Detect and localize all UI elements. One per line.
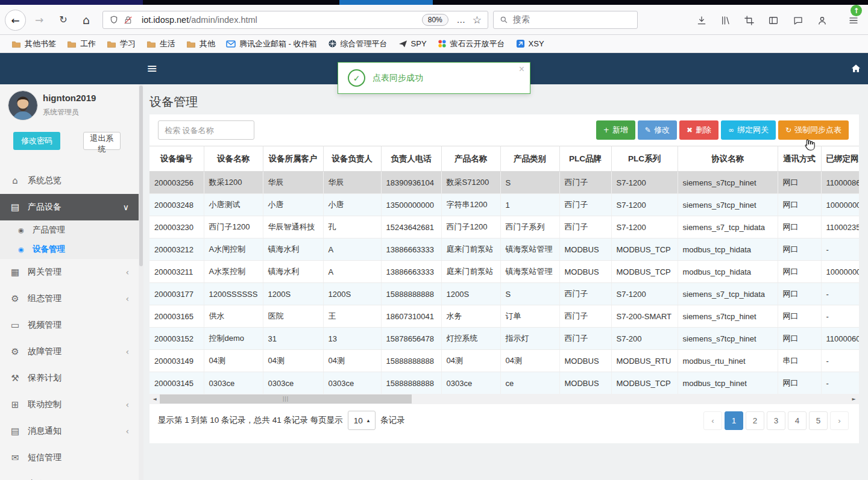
bookmark-item[interactable]: 综合管理平台 bbox=[322, 37, 393, 51]
column-header[interactable]: 设备负责人 bbox=[323, 146, 381, 172]
column-header[interactable]: 设备编号 bbox=[149, 146, 204, 172]
reload-button[interactable]: ↻ bbox=[54, 10, 72, 30]
bookmark-folder[interactable]: 工作 bbox=[61, 37, 101, 51]
page-button-4[interactable]: 4 bbox=[788, 411, 807, 430]
table-cell: 华辰 bbox=[263, 172, 323, 194]
url-bar[interactable]: iot.idosp.net/admin/index.html 80% … ☆ bbox=[102, 11, 488, 29]
column-header[interactable]: PLC品牌 bbox=[559, 146, 611, 172]
delete-button[interactable]: ✖ 删除 bbox=[679, 120, 719, 140]
table-row[interactable]: 200003248 小唐测试 小唐 小唐 13500000000 字符串1200… bbox=[149, 194, 859, 216]
bookmark-folder[interactable]: 学习 bbox=[101, 37, 141, 51]
bookmark-item[interactable]: SPY bbox=[393, 37, 432, 51]
sidebar-item-gateway-management[interactable]: ▦ 网关管理 ‹ bbox=[0, 259, 139, 285]
next-page-button[interactable]: › bbox=[830, 411, 849, 430]
bookmark-star-icon[interactable]: ☆ bbox=[473, 14, 482, 26]
column-header[interactable]: 设备名称 bbox=[204, 146, 263, 172]
column-header[interactable]: 协议名称 bbox=[678, 146, 778, 172]
sidebar-item-clipped[interactable]: ▣ 上位管理 bbox=[0, 471, 139, 480]
column-header[interactable]: 产品类别 bbox=[500, 146, 559, 172]
column-header[interactable]: 负责人电话 bbox=[381, 146, 441, 172]
scroll-right-icon[interactable]: ► bbox=[849, 394, 859, 404]
sidebar-item-maintenance-plan[interactable]: ⚒ 保养计划 bbox=[0, 365, 139, 391]
window-titlebar bbox=[0, 0, 868, 5]
sidebar-scrollbar[interactable] bbox=[139, 84, 143, 480]
change-password-button[interactable]: 修改密码 bbox=[13, 132, 60, 150]
table-cell: - bbox=[821, 238, 859, 261]
scrollbar-track[interactable]: ||| bbox=[160, 394, 849, 404]
library-button[interactable] bbox=[718, 13, 734, 28]
update-available-icon[interactable]: ↑ bbox=[851, 5, 862, 16]
page-button-2[interactable]: 2 bbox=[746, 411, 764, 430]
account-button[interactable] bbox=[814, 13, 830, 28]
table-row[interactable]: 200003145 0303ce 0303ce 0303ce 158888888… bbox=[149, 372, 859, 394]
device-search-input[interactable] bbox=[158, 120, 254, 140]
home-button[interactable]: ⌂ bbox=[77, 10, 95, 30]
bookmark-item[interactable]: 腾讯企业邮箱 - 收件箱 bbox=[221, 37, 322, 51]
table-h-scrollbar[interactable]: ◄ ||| ► bbox=[149, 394, 859, 404]
zoom-level[interactable]: 80% bbox=[422, 14, 448, 26]
sidebar: hignton2019 系统管理员 修改密码 退出系统 ⌂ 系统总览 ▤ 产品设… bbox=[0, 84, 139, 480]
table-row[interactable]: 200003212 A水闸控制 镇海水利 A 13886663333 庭来门前泵… bbox=[149, 238, 859, 261]
table-row[interactable]: 200003256 数采1200 华辰 华辰 18390936104 数采S71… bbox=[149, 172, 859, 194]
column-header[interactable]: 已绑定网关 bbox=[821, 146, 859, 172]
scrollbar-thumb[interactable] bbox=[139, 86, 143, 266]
column-header[interactable]: 产品名称 bbox=[441, 146, 500, 172]
page-button-3[interactable]: 3 bbox=[767, 411, 785, 430]
link-icon: ∞ bbox=[728, 126, 734, 134]
avatar[interactable] bbox=[8, 90, 38, 120]
page-button-5[interactable]: 5 bbox=[809, 411, 828, 430]
bookmark-item[interactable]: 萤石云开放平台 bbox=[432, 37, 511, 51]
table-row[interactable]: 200003152 控制demo 31 13 15878656478 灯控系统 … bbox=[149, 328, 859, 350]
bookmark-folder[interactable]: 其他书签 bbox=[6, 37, 61, 51]
toast-close-icon[interactable]: × bbox=[519, 64, 524, 74]
sidebar-item-configuration-management[interactable]: ⚙ 组态管理 ‹ bbox=[0, 285, 139, 312]
screenshot-button[interactable] bbox=[741, 13, 757, 28]
tracking-protection-shield-icon[interactable] bbox=[109, 15, 119, 25]
sidebar-item-fault-management[interactable]: ⚙ 故障管理 ‹ bbox=[0, 338, 139, 365]
edit-button[interactable]: ✎ 修改 bbox=[638, 120, 677, 140]
sidebar-item-product-device[interactable]: ▤ 产品设备 ∨ bbox=[0, 194, 139, 220]
bind-gateway-button[interactable]: ∞ 绑定网关 bbox=[721, 120, 776, 140]
bookmark-folder[interactable]: 生活 bbox=[141, 37, 181, 51]
table-row[interactable]: 200003149 04测 04测 04测 15888888888 04测 04… bbox=[149, 350, 859, 372]
forward-button[interactable]: → bbox=[30, 10, 48, 30]
sync-icon: ↻ bbox=[785, 126, 791, 134]
column-header[interactable]: PLC系列 bbox=[611, 146, 678, 172]
sidebar-item-linkage-control[interactable]: ⊞ 联动控制 ‹ bbox=[0, 391, 139, 418]
messages-button[interactable] bbox=[790, 13, 806, 28]
sidebar-item-label: 故障管理 bbox=[28, 346, 61, 357]
table-cell: 200003149 bbox=[149, 350, 204, 372]
app-home-icon[interactable] bbox=[850, 63, 862, 77]
table-cell: 18390936104 bbox=[381, 172, 441, 194]
scrollbar-thumb[interactable]: ||| bbox=[160, 394, 412, 404]
table-cell: 西门子 bbox=[559, 194, 611, 216]
logout-button[interactable]: 退出系统 bbox=[83, 132, 121, 150]
sidebar-item-message-notification[interactable]: ▤ 消息通知 ‹ bbox=[0, 418, 139, 444]
sidebar-item-device-management[interactable]: ◉ 设备管理 bbox=[0, 240, 139, 259]
table-cell: S7-200 bbox=[611, 328, 678, 350]
table-row[interactable]: 200003177 1200SSSSSS 1200S 1200S 1588888… bbox=[149, 283, 859, 305]
bookmark-item[interactable]: XSY bbox=[511, 37, 550, 51]
page-button-1[interactable]: 1 bbox=[725, 411, 743, 430]
table-row[interactable]: 200003230 西门子1200 华辰智通科技 孔 15243642681 西… bbox=[149, 216, 859, 238]
column-header[interactable]: 设备所属客户 bbox=[263, 146, 323, 172]
sidebar-toggle-button[interactable] bbox=[766, 13, 781, 28]
page-size-select[interactable]: 10 ▴ bbox=[348, 411, 376, 430]
sidebar-item-video-management[interactable]: ▭ 视频管理 bbox=[0, 312, 139, 338]
prev-page-button[interactable]: ‹ bbox=[703, 411, 722, 430]
url-path: /admin/index.html bbox=[189, 15, 257, 25]
sidebar-item-system-overview[interactable]: ⌂ 系统总览 bbox=[0, 167, 139, 194]
add-button[interactable]: + 新增 bbox=[596, 120, 635, 140]
back-button[interactable]: ← bbox=[5, 10, 26, 31]
page-actions-icon[interactable]: … bbox=[457, 15, 465, 25]
sidebar-collapse-icon[interactable]: ≡ bbox=[146, 61, 157, 76]
scroll-left-icon[interactable]: ◄ bbox=[149, 394, 160, 404]
table-row[interactable]: 200003165 供水 医院 王 18607310041 水务 订单 西门子 … bbox=[149, 305, 859, 328]
sidebar-item-product-management[interactable]: ◉ 产品管理 bbox=[0, 220, 139, 240]
table-row[interactable]: 200003211 A水泵控制 镇海水利 A 13886663333 庭来门前泵… bbox=[149, 261, 859, 283]
download-button[interactable] bbox=[694, 13, 709, 28]
browser-search-field[interactable]: 搜索 bbox=[493, 11, 638, 29]
insecure-lock-icon[interactable] bbox=[123, 15, 133, 25]
sidebar-item-sms-management[interactable]: ✉ 短信管理 bbox=[0, 444, 139, 471]
bookmark-folder[interactable]: 其他 bbox=[181, 37, 221, 51]
